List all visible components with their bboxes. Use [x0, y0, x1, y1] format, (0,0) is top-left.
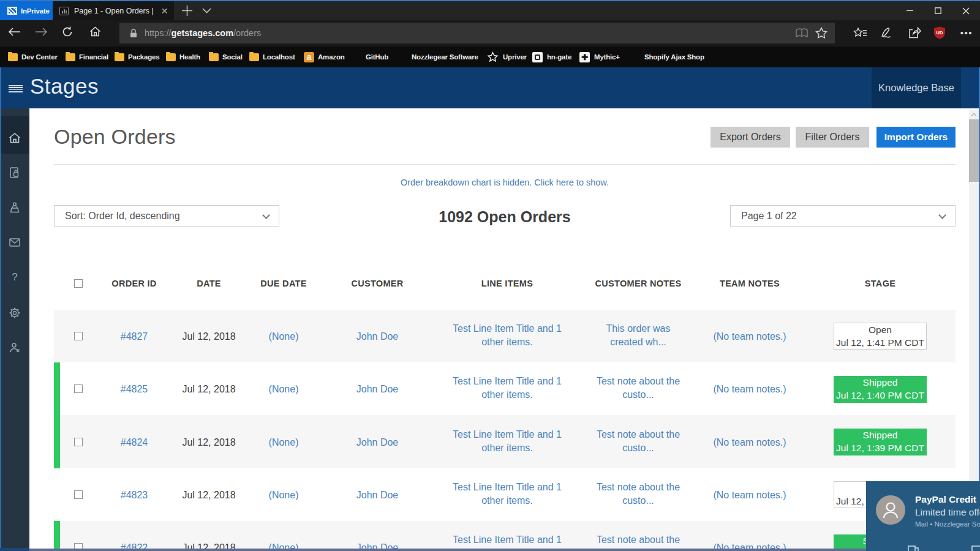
- svg-text:UD: UD: [937, 30, 943, 36]
